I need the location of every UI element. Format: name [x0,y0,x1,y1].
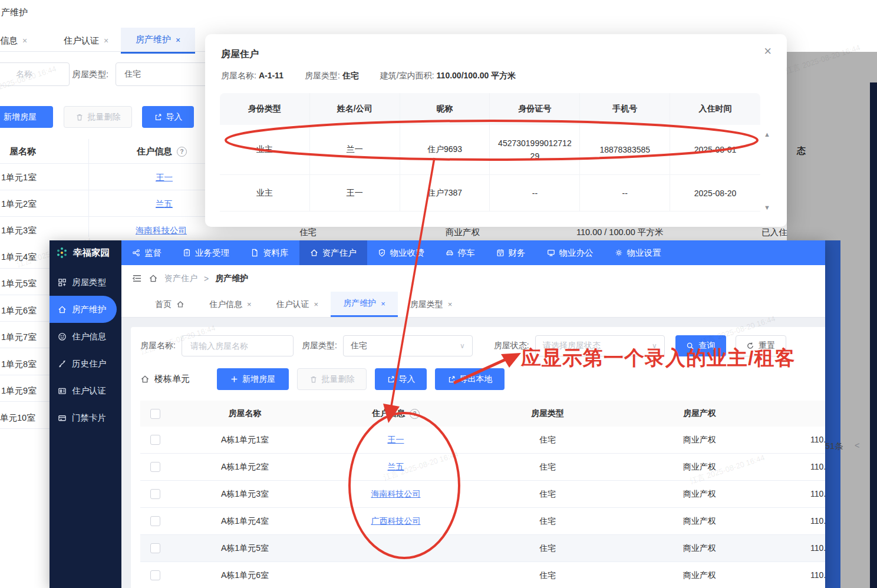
house-name-input[interactable] [182,335,294,356]
house-type-select[interactable]: 住宅 ∨ [343,335,473,356]
resident-link[interactable]: 海南科技公司 [371,489,421,500]
bg-col-resident-label: 住户信息 [137,146,172,157]
chevron-down-icon: ∨ [460,342,465,350]
close-icon[interactable]: × [448,300,453,309]
reset-label: 重置 [759,341,775,351]
help-icon[interactable]: ? [410,409,420,419]
bg-tab-property-maintenance[interactable]: 房产维护× [121,28,195,54]
cell-house-area: 110.00 / 100.00 平方米 [776,562,825,588]
nav-item-business[interactable]: 业务受理 [172,240,240,265]
tab-resident-auth[interactable]: 住户认证× [264,292,331,317]
bg-tab-auth[interactable]: 住户认证× [64,35,108,47]
cell-move-in: 2025-08-20 [670,175,760,211]
close-icon[interactable]: × [104,36,108,45]
close-icon[interactable]: × [381,299,385,308]
breadcrumb-section[interactable]: 资产住户 [164,273,197,284]
sidebar-item-history-resident[interactable]: 历史住户 [50,350,121,377]
select-all-checkbox[interactable] [150,409,160,419]
cell-house-type: 住宅 [472,481,624,507]
close-icon[interactable]: × [176,35,180,45]
house-name-input-field[interactable] [189,341,286,351]
row-checkbox[interactable] [150,570,160,580]
row-checkbox[interactable] [150,516,160,526]
close-icon[interactable]: × [314,300,319,309]
clipboard-icon [183,249,191,257]
resident-link[interactable]: 广西科技公司 [371,516,421,527]
close-icon[interactable]: × [22,36,27,45]
modal-house-area-value: 110.00/100.00 平方米 [437,71,516,80]
nav-label: 物业收费 [390,247,424,259]
house-table: 房屋名称 住户信息? 房屋类型 房屋产权 A栋1单元1室 王一 住宅 [140,401,825,588]
export-local-label: 导出本地 [460,374,493,385]
sidebar-item-house-type[interactable]: 房屋类型 [50,269,121,296]
tab-resident-info[interactable]: 住户信息× [197,292,264,317]
nav-item-supervision[interactable]: 监督 [121,240,172,265]
cell-house-ownership: 商业产权 [624,481,776,507]
bg-breadcrumb-fragment: 产维护 [1,7,28,18]
nav-item-parking[interactable]: 停车 [435,240,486,265]
trash-icon [309,375,318,384]
cell-house-name: A栋1单元4室 [170,508,320,534]
resident-link[interactable]: 兰五 [388,462,404,473]
sidebar-item-resident-info[interactable]: 住户信息 [50,323,121,350]
bg-tab-info[interactable]: 信息× [0,35,27,47]
close-icon[interactable]: × [247,300,252,309]
import-button[interactable]: 导入 [375,368,427,390]
sidebar-item-resident-auth[interactable]: 住户认证 [50,377,121,404]
nav-label: 监督 [144,247,161,259]
help-icon[interactable]: ? [177,147,187,157]
table-row: A栋1单元4室 广西科技公司 住宅 商业产权 110.00 / 100.00 平… [140,508,825,535]
export-local-button[interactable]: 导出本地 [435,368,505,390]
nav-item-asset-resident[interactable]: 资产住户 [299,240,367,265]
bg-resident-link[interactable]: 兰五 [156,199,173,210]
cell-nickname: 住户9693 [400,125,490,174]
sidebar-label: 房屋类型 [72,277,106,288]
home-icon[interactable] [149,274,158,283]
close-icon[interactable]: × [764,45,772,58]
scroll-down-icon[interactable]: ▼ [764,204,770,211]
batch-delete-button[interactable]: 批量删除 [297,368,367,390]
row-checkbox[interactable] [150,435,160,445]
scroll-up-icon[interactable]: ▲ [764,131,770,138]
search-button[interactable]: 查询 [675,335,726,356]
bg-name-input[interactable]: 名称 [0,62,70,86]
add-house-button[interactable]: 新增房屋 [217,368,289,390]
bg-import-label: 导入 [166,112,183,123]
cell-house-area: 110.00 / 100.00 平方米 [776,454,825,480]
sidebar-item-property-maintenance[interactable]: 房产维护 [50,296,117,323]
nav-item-property-settings[interactable]: 物业设置 [604,240,672,265]
tab-house-type[interactable]: 房屋类型× [398,292,465,317]
nav-item-property-office[interactable]: 物业办公 [536,240,604,265]
tab-property-maintenance[interactable]: 房产维护× [331,292,398,317]
row-checkbox[interactable] [150,462,160,472]
cell-phone: -- [580,175,670,211]
content-area: 房屋名称: 房屋类型: 住宅 ∨ 房屋状态: 请选择房屋状态 [121,318,825,588]
modal-col-movein: 入住时间 [670,93,760,125]
car-icon [446,249,454,257]
bg-import-button[interactable]: 导入 [142,106,194,128]
sidebar-item-access-card[interactable]: 门禁卡片 [50,404,121,431]
bg-left-border [0,401,50,402]
row-checkbox[interactable] [150,489,160,499]
row-checkbox[interactable] [150,543,160,553]
home-icon [310,249,318,257]
nav-item-property-fee[interactable]: 物业收费 [367,240,435,265]
bg-row-border [0,216,205,217]
breadcrumb-sep: > [204,274,209,283]
bg-batch-delete-button[interactable]: 批量删除 [64,106,132,128]
main-area: 资产住户 > 房产维护 首页 住户信息× 住户认证× 房产维护× 房屋类型× [121,265,825,588]
sidebar-label: 住户认证 [72,385,106,397]
bg-resident-link[interactable]: 海南科技公司 [136,225,187,236]
bg-add-house-button[interactable]: 新增房屋 [0,106,53,128]
app-logo[interactable]: 幸福家园 [50,240,121,265]
tab-home[interactable]: 首页 [143,292,197,317]
bg-tabbar-divider [0,51,205,52]
house-status-select[interactable]: 请选择房屋状态 ∨ [535,335,665,356]
nav-item-finance[interactable]: 财务 [486,240,536,265]
modal-house-type-label: 房屋类型: [305,71,340,80]
nav-item-library[interactable]: 资料库 [240,240,299,265]
reset-button[interactable]: 重置 [736,335,786,356]
resident-link[interactable]: 王一 [388,435,404,445]
collapse-sidebar-icon[interactable] [132,274,142,283]
bg-resident-link[interactable]: 王一 [156,172,173,183]
